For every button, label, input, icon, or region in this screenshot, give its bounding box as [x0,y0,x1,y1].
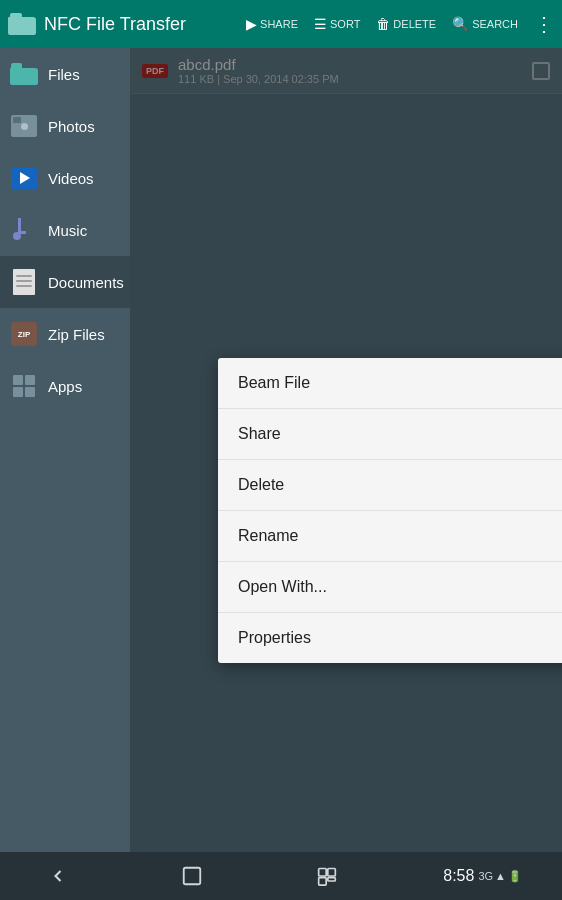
share-label: SHARE [260,18,298,30]
sidebar-label-files: Files [48,66,80,83]
svg-rect-4 [328,878,336,881]
delete-label: DELETE [393,18,436,30]
files-icon [10,60,38,88]
sort-icon: ☰ [314,16,327,32]
home-button[interactable] [174,858,210,894]
top-bar-left: NFC File Transfer [8,13,246,35]
svg-rect-0 [184,868,201,885]
top-bar: NFC File Transfer ▶ SHARE ☰ SORT 🗑 DELET… [0,0,562,48]
bottom-bar: 8:58 3G ▲ 🔋 [0,852,562,900]
context-menu-delete[interactable]: Delete [218,460,562,511]
context-menu-beam[interactable]: Beam File [218,358,562,409]
delete-action[interactable]: 🗑 DELETE [376,16,436,32]
sidebar: Files Photos Videos [0,48,130,852]
sidebar-label-photos: Photos [48,118,95,135]
zip-icon: ZIP [10,320,38,348]
search-label: SEARCH [472,18,518,30]
svg-rect-2 [328,869,336,877]
sidebar-item-documents[interactable]: Documents [0,256,130,308]
svg-rect-1 [319,869,327,877]
documents-icon [10,268,38,296]
sidebar-item-files[interactable]: Files [0,48,130,100]
sidebar-item-photos[interactable]: Photos [0,100,130,152]
music-icon [10,216,38,244]
share-icon: ▶ [246,16,257,32]
status-right: 8:58 3G ▲ 🔋 [443,867,522,885]
content-area: PDF abcd.pdf 111 KB | Sep 30, 2014 02:35… [130,48,562,852]
recents-button[interactable] [309,858,345,894]
signal-icon: ▲ [495,870,506,882]
context-menu: Beam File Share Delete Rename Open With.… [218,358,562,663]
context-menu-properties[interactable]: Properties [218,613,562,663]
sidebar-item-apps[interactable]: Apps [0,360,130,412]
svg-rect-3 [319,878,327,886]
share-action[interactable]: ▶ SHARE [246,16,298,32]
network-indicator: 3G [478,870,493,882]
search-icon: 🔍 [452,16,469,32]
sidebar-item-videos[interactable]: Videos [0,152,130,204]
search-action[interactable]: 🔍 SEARCH [452,16,518,32]
videos-icon [10,164,38,192]
main-layout: Files Photos Videos [0,48,562,852]
sidebar-item-zip[interactable]: ZIP Zip Files [0,308,130,360]
sort-action[interactable]: ☰ SORT [314,16,360,32]
app-title: NFC File Transfer [44,14,186,35]
sidebar-label-music: Music [48,222,87,239]
context-menu-rename[interactable]: Rename [218,511,562,562]
sidebar-item-music[interactable]: Music [0,204,130,256]
status-time: 8:58 [443,867,474,885]
delete-icon: 🗑 [376,16,390,32]
battery-icon: 🔋 [508,870,522,883]
more-button[interactable]: ⋮ [534,12,554,36]
sidebar-label-videos: Videos [48,170,94,187]
sort-label: SORT [330,18,360,30]
status-indicators: 3G ▲ 🔋 [478,870,522,883]
apps-icon [10,372,38,400]
app-icon [8,13,36,35]
context-menu-share[interactable]: Share [218,409,562,460]
context-menu-open-with[interactable]: Open With... [218,562,562,613]
sidebar-label-zip: Zip Files [48,326,105,343]
sidebar-label-apps: Apps [48,378,82,395]
back-button[interactable] [40,858,76,894]
photos-icon [10,112,38,140]
top-bar-actions: ▶ SHARE ☰ SORT 🗑 DELETE 🔍 SEARCH ⋮ [246,12,554,36]
sidebar-label-documents: Documents [48,274,124,291]
